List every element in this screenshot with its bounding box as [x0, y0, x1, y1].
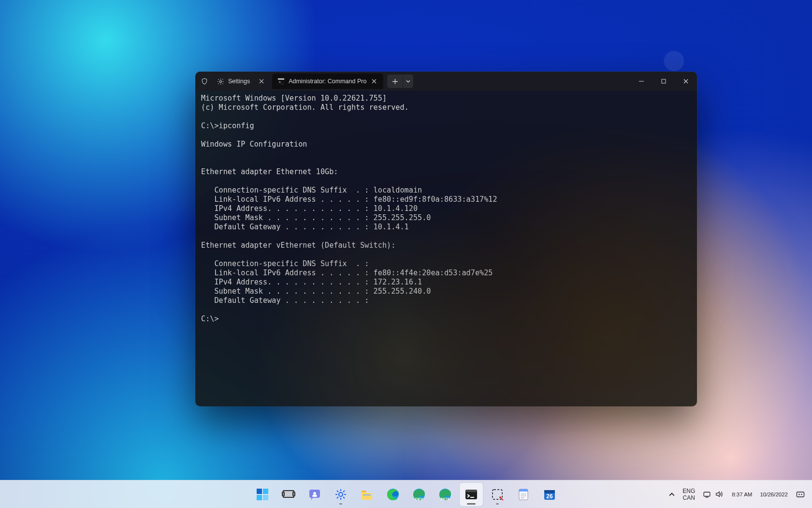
- svg-rect-9: [283, 491, 294, 497]
- svg-rect-8: [263, 495, 268, 500]
- svg-rect-15: [312, 495, 317, 497]
- svg-rect-17: [363, 494, 371, 495]
- clock-date: 10/26/2022: [760, 491, 788, 498]
- copilot-button[interactable]: [793, 483, 808, 506]
- close-button[interactable]: [675, 72, 697, 91]
- svg-text:26: 26: [546, 493, 553, 500]
- taskbar-chat[interactable]: [303, 483, 326, 506]
- shield-icon: [200, 77, 209, 86]
- taskbar-edge[interactable]: [381, 483, 405, 506]
- taskbar-settings[interactable]: [329, 483, 352, 506]
- svg-point-14: [313, 492, 316, 495]
- quick-settings-button[interactable]: [699, 483, 727, 506]
- titlebar[interactable]: Settings >_ Administrator: Command Pro: [195, 72, 697, 91]
- svg-rect-4: [662, 79, 666, 83]
- taskbar-explorer[interactable]: [355, 483, 378, 506]
- minimize-button[interactable]: [630, 72, 652, 91]
- svg-rect-5: [257, 489, 262, 494]
- svg-rect-12: [293, 492, 295, 496]
- taskbar-notepad[interactable]: [512, 483, 535, 506]
- window-controls: [630, 72, 697, 91]
- clock-time: 8:37 AM: [732, 491, 752, 498]
- svg-rect-6: [263, 489, 268, 494]
- gear-icon: [217, 77, 224, 85]
- svg-rect-33: [797, 492, 804, 497]
- tab-settings[interactable]: Settings: [212, 74, 270, 89]
- ime-region: CAN: [683, 494, 695, 501]
- terminal-output[interactable]: Microsoft Windows [Version 10.0.22621.75…: [195, 91, 697, 406]
- svg-rect-32: [704, 492, 710, 496]
- cmd-icon: >_: [277, 77, 285, 85]
- taskbar-center: DEVBETA26: [251, 483, 561, 506]
- svg-point-16: [339, 493, 343, 496]
- taskbar-start[interactable]: [251, 483, 274, 506]
- svg-rect-7: [257, 495, 262, 500]
- svg-point-34: [798, 493, 800, 495]
- taskbar-calendar[interactable]: 26: [538, 483, 561, 506]
- svg-rect-28: [519, 489, 528, 492]
- svg-rect-24: [465, 490, 477, 492]
- network-icon: [703, 490, 711, 498]
- tray-overflow-button[interactable]: [665, 483, 679, 506]
- new-tab-button[interactable]: [387, 75, 403, 88]
- tab-close-button[interactable]: [370, 77, 378, 85]
- system-tray: ENG CAN 8:37 AM 10/26/2022: [665, 483, 812, 506]
- tab-close-button[interactable]: [258, 77, 265, 85]
- ime-button[interactable]: ENG CAN: [680, 483, 698, 506]
- new-tab-dropdown[interactable]: [403, 75, 413, 88]
- taskbar: DEVBETA26 ENG CAN 8:37 AM 10/26/2022: [0, 480, 812, 508]
- maximize-button[interactable]: [652, 72, 675, 91]
- tab-command-prompt[interactable]: >_ Administrator: Command Pro: [272, 74, 383, 89]
- svg-point-0: [219, 80, 221, 82]
- tab-label: Settings: [228, 78, 250, 85]
- ime-lang: ENG: [682, 488, 695, 494]
- svg-point-26: [499, 496, 501, 498]
- clock-button[interactable]: 8:37 AM 10/26/2022: [728, 483, 792, 506]
- svg-rect-11: [282, 492, 284, 496]
- svg-text:BETA: BETA: [441, 497, 450, 501]
- taskbar-terminal[interactable]: [460, 483, 483, 506]
- tab-label: Administrator: Command Pro: [289, 78, 366, 85]
- terminal-window: Settings >_ Administrator: Command Pro: [195, 72, 697, 406]
- svg-text:>_: >_: [278, 80, 283, 84]
- volume-icon: [715, 490, 723, 498]
- taskbar-edge-dev[interactable]: DEV: [407, 483, 431, 506]
- taskbar-edge-beta[interactable]: BETA: [434, 483, 457, 506]
- svg-point-35: [801, 493, 802, 495]
- taskbar-snip[interactable]: [486, 483, 509, 506]
- taskbar-taskview[interactable]: [277, 483, 300, 506]
- svg-text:DEV: DEV: [415, 497, 423, 501]
